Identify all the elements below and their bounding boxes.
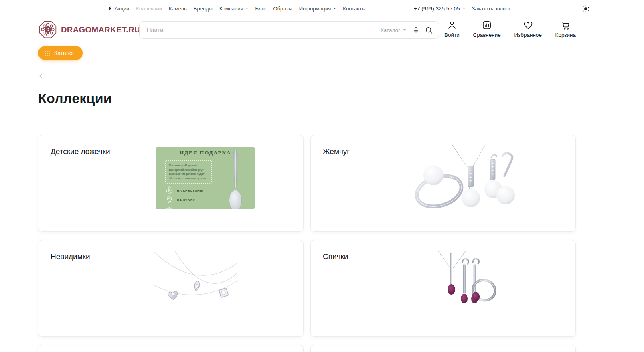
gift-icon	[165, 206, 173, 209]
collection-card-spoons[interactable]: Детские ложечки ИДЕЯ ПОДАРКА Пословица «…	[38, 135, 304, 232]
nav-label: Акции	[115, 6, 129, 12]
search-category-dropdown[interactable]: Каталог	[381, 27, 406, 33]
collection-title: Невидимки	[51, 252, 90, 261]
lightning-icon	[107, 6, 113, 11]
collection-title: Спички	[323, 252, 348, 261]
collection-card-partial[interactable]	[38, 345, 304, 352]
search-icon	[425, 26, 433, 34]
collection-card-partial[interactable]	[310, 345, 576, 352]
chevron-down-icon	[334, 8, 336, 9]
tooth-icon	[165, 196, 173, 204]
voice-search-button[interactable]	[412, 26, 420, 34]
collections-grid: Детские ложечки ИДЕЯ ПОДАРКА Пословица «…	[38, 135, 576, 352]
sun-icon	[581, 4, 590, 13]
cart-button[interactable]: Корзина	[555, 20, 576, 38]
search-bar: Каталог	[139, 21, 439, 39]
collection-card-pearls[interactable]: Жемчуг	[310, 135, 576, 232]
heart-icon	[523, 20, 533, 30]
nav-item-stone[interactable]: Камень	[169, 6, 187, 12]
compare-button[interactable]: Сравнение	[473, 20, 500, 38]
svg-text:D: D	[46, 28, 49, 32]
logo-text: DRAGOMARKET.RU	[61, 25, 140, 34]
microphone-icon	[412, 26, 420, 34]
search-input[interactable]	[140, 22, 381, 38]
nav-item-brands[interactable]: Бренды	[194, 6, 213, 12]
collection-image-invisible	[152, 251, 239, 308]
topbar-right: +7 (919) 325 55 05 Заказать звонок	[414, 0, 511, 17]
chevron-left-icon	[37, 72, 45, 79]
grid-icon	[44, 50, 50, 56]
page: Акции Коллекции Камень Бренды Компания Б…	[0, 0, 644, 352]
logo-emblem-icon: D	[38, 20, 57, 39]
promo-quote: Пословица «Родился с серебряной ложкой в…	[165, 160, 212, 184]
callback-link[interactable]: Заказать звонок	[472, 6, 510, 12]
collection-image-matches	[428, 250, 497, 312]
angel-icon	[165, 186, 173, 194]
theme-toggle-button[interactable]	[581, 4, 591, 14]
collection-title: Детские ложечки	[51, 147, 110, 156]
logo[interactable]: D DRAGOMARKET.RU	[38, 20, 140, 39]
nav-item-blog[interactable]: Блог	[255, 6, 266, 12]
nav-item-promotions[interactable]: Акции	[107, 6, 129, 12]
catalog-button[interactable]: Каталог	[38, 46, 83, 60]
collection-image-spoons: ИДЕЯ ПОДАРКА Пословица «Родился с серебр…	[156, 147, 255, 209]
chevron-down-icon	[403, 29, 406, 31]
spoon-image	[226, 149, 245, 209]
phone-link[interactable]: +7 (919) 325 55 05	[414, 6, 465, 12]
page-title: Коллекции	[38, 91, 112, 106]
top-navigation: Акции Коллекции Камень Бренды Компания Б…	[107, 0, 365, 17]
user-icon	[447, 20, 457, 30]
nav-item-information[interactable]: Информация	[299, 6, 336, 12]
nav-item-collections[interactable]: Коллекции	[136, 6, 162, 12]
nav-item-looks[interactable]: Образы	[273, 6, 292, 12]
chevron-down-icon	[463, 8, 465, 9]
compare-icon	[482, 20, 492, 30]
chevron-down-icon	[246, 8, 248, 9]
collection-title: Жемчуг	[323, 147, 350, 156]
favorites-button[interactable]: Избранное	[514, 20, 541, 38]
collection-card-invisible[interactable]: Невидимки	[38, 240, 304, 337]
back-button[interactable]	[37, 72, 45, 81]
promo-item: НА ЗУБОК	[165, 196, 215, 204]
login-button[interactable]: Войти	[444, 20, 460, 38]
search-submit-button[interactable]	[425, 26, 433, 34]
nav-item-contacts[interactable]: Контакты	[343, 6, 365, 12]
promo-item: НА КРЕСТИНЫ	[165, 187, 215, 194]
cart-icon	[560, 20, 571, 30]
promo-list: НА КРЕСТИНЫ НА ЗУБОК НА ДЕНЬ РОЖДЕН	[165, 187, 215, 209]
promo-item: НА ДЕНЬ РОЖДЕНИЯ	[165, 206, 215, 209]
collection-card-matches[interactable]: Спички	[310, 240, 576, 337]
collection-image-pearls	[408, 144, 515, 211]
nav-item-company[interactable]: Компания	[219, 6, 249, 12]
header-actions: Войти Сравнение Избранное Корзина	[444, 20, 576, 38]
